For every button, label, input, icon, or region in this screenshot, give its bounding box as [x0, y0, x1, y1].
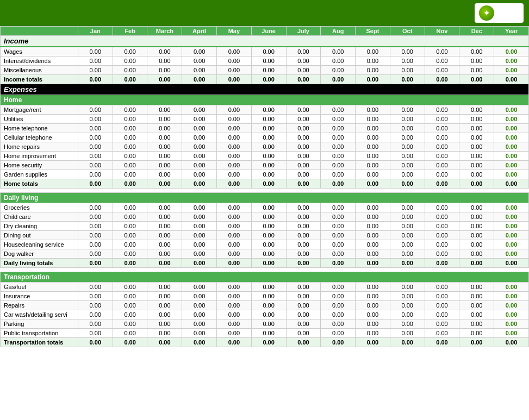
cell-value[interactable]: 0.00 [182, 179, 217, 189]
cell-value[interactable]: 0.00 [78, 203, 113, 212]
cell-value[interactable]: 0.00 [286, 124, 321, 133]
cell-value[interactable]: 0.00 [286, 66, 321, 75]
cell-value[interactable]: 0.00 [182, 249, 217, 259]
cell-value[interactable]: 0.00 [425, 115, 459, 124]
cell-value[interactable]: 0.00 [78, 319, 113, 329]
cell-value[interactable]: 0.00 [78, 292, 113, 301]
cell-value[interactable]: 0.00 [251, 231, 286, 240]
cell-value[interactable]: 0.00 [356, 66, 390, 75]
cell-value[interactable]: 0.00 [147, 57, 182, 66]
cell-value[interactable]: 0.00 [78, 133, 113, 142]
year-value[interactable]: 0.00 [494, 47, 529, 57]
cell-value[interactable]: 0.00 [182, 133, 217, 142]
cell-value[interactable]: 0.00 [251, 222, 286, 231]
cell-value[interactable]: 0.00 [321, 292, 356, 301]
cell-value[interactable]: 0.00 [113, 338, 147, 347]
cell-value[interactable]: 0.00 [251, 283, 286, 292]
cell-value[interactable]: 0.00 [182, 105, 217, 115]
cell-value[interactable]: 0.00 [459, 259, 494, 268]
cell-value[interactable]: 0.00 [321, 301, 356, 310]
cell-value[interactable]: 0.00 [113, 249, 147, 259]
cell-value[interactable]: 0.00 [425, 292, 459, 301]
cell-value[interactable]: 0.00 [356, 115, 390, 124]
cell-value[interactable]: 0.00 [182, 152, 217, 161]
cell-value[interactable]: 0.00 [321, 152, 356, 161]
cell-value[interactable]: 0.00 [390, 212, 425, 222]
year-value[interactable]: 0.00 [494, 124, 529, 133]
cell-value[interactable]: 0.00 [459, 292, 494, 301]
cell-value[interactable]: 0.00 [147, 66, 182, 75]
year-value[interactable]: 0.00 [494, 338, 529, 347]
cell-value[interactable]: 0.00 [78, 66, 113, 75]
cell-value[interactable]: 0.00 [147, 105, 182, 115]
cell-value[interactable]: 0.00 [390, 319, 425, 329]
cell-value[interactable]: 0.00 [390, 179, 425, 189]
cell-value[interactable]: 0.00 [217, 259, 252, 268]
cell-value[interactable]: 0.00 [113, 319, 147, 329]
cell-value[interactable]: 0.00 [78, 259, 113, 268]
cell-value[interactable]: 0.00 [356, 212, 390, 222]
cell-value[interactable]: 0.00 [356, 203, 390, 212]
cell-value[interactable]: 0.00 [286, 57, 321, 66]
year-value[interactable]: 0.00 [494, 152, 529, 161]
cell-value[interactable]: 0.00 [390, 57, 425, 66]
cell-value[interactable]: 0.00 [286, 161, 321, 170]
cell-value[interactable]: 0.00 [459, 231, 494, 240]
cell-value[interactable]: 0.00 [356, 301, 390, 310]
cell-value[interactable]: 0.00 [182, 259, 217, 268]
cell-value[interactable]: 0.00 [321, 310, 356, 319]
cell-value[interactable]: 0.00 [425, 249, 459, 259]
cell-value[interactable]: 0.00 [390, 249, 425, 259]
cell-value[interactable]: 0.00 [459, 142, 494, 152]
year-value[interactable]: 0.00 [494, 75, 529, 84]
cell-value[interactable]: 0.00 [251, 66, 286, 75]
cell-value[interactable]: 0.00 [147, 249, 182, 259]
cell-value[interactable]: 0.00 [182, 124, 217, 133]
cell-value[interactable]: 0.00 [217, 75, 252, 84]
cell-value[interactable]: 0.00 [459, 161, 494, 170]
cell-value[interactable]: 0.00 [147, 47, 182, 57]
cell-value[interactable]: 0.00 [321, 170, 356, 179]
cell-value[interactable]: 0.00 [286, 203, 321, 212]
cell-value[interactable]: 0.00 [147, 203, 182, 212]
cell-value[interactable]: 0.00 [147, 170, 182, 179]
cell-value[interactable]: 0.00 [425, 259, 459, 268]
cell-value[interactable]: 0.00 [113, 301, 147, 310]
cell-value[interactable]: 0.00 [390, 115, 425, 124]
cell-value[interactable]: 0.00 [113, 310, 147, 319]
cell-value[interactable]: 0.00 [356, 292, 390, 301]
cell-value[interactable]: 0.00 [286, 231, 321, 240]
cell-value[interactable]: 0.00 [147, 124, 182, 133]
cell-value[interactable]: 0.00 [390, 222, 425, 231]
cell-value[interactable]: 0.00 [147, 338, 182, 347]
cell-value[interactable]: 0.00 [113, 115, 147, 124]
year-value[interactable]: 0.00 [494, 240, 529, 249]
cell-value[interactable]: 0.00 [113, 203, 147, 212]
cell-value[interactable]: 0.00 [251, 292, 286, 301]
cell-value[interactable]: 0.00 [459, 179, 494, 189]
cell-value[interactable]: 0.00 [251, 319, 286, 329]
cell-value[interactable]: 0.00 [356, 142, 390, 152]
cell-value[interactable]: 0.00 [356, 249, 390, 259]
cell-value[interactable]: 0.00 [286, 240, 321, 249]
cell-value[interactable]: 0.00 [459, 170, 494, 179]
cell-value[interactable]: 0.00 [390, 301, 425, 310]
cell-value[interactable]: 0.00 [113, 179, 147, 189]
cell-value[interactable]: 0.00 [390, 240, 425, 249]
cell-value[interactable]: 0.00 [321, 259, 356, 268]
cell-value[interactable]: 0.00 [459, 301, 494, 310]
cell-value[interactable]: 0.00 [78, 249, 113, 259]
cell-value[interactable]: 0.00 [459, 240, 494, 249]
cell-value[interactable]: 0.00 [217, 338, 252, 347]
cell-value[interactable]: 0.00 [459, 124, 494, 133]
cell-value[interactable]: 0.00 [286, 142, 321, 152]
year-value[interactable]: 0.00 [494, 66, 529, 75]
cell-value[interactable]: 0.00 [147, 152, 182, 161]
cell-value[interactable]: 0.00 [78, 283, 113, 292]
cell-value[interactable]: 0.00 [78, 47, 113, 57]
cell-value[interactable]: 0.00 [147, 329, 182, 338]
cell-value[interactable]: 0.00 [251, 105, 286, 115]
cell-value[interactable]: 0.00 [425, 105, 459, 115]
cell-value[interactable]: 0.00 [251, 47, 286, 57]
cell-value[interactable]: 0.00 [286, 105, 321, 115]
